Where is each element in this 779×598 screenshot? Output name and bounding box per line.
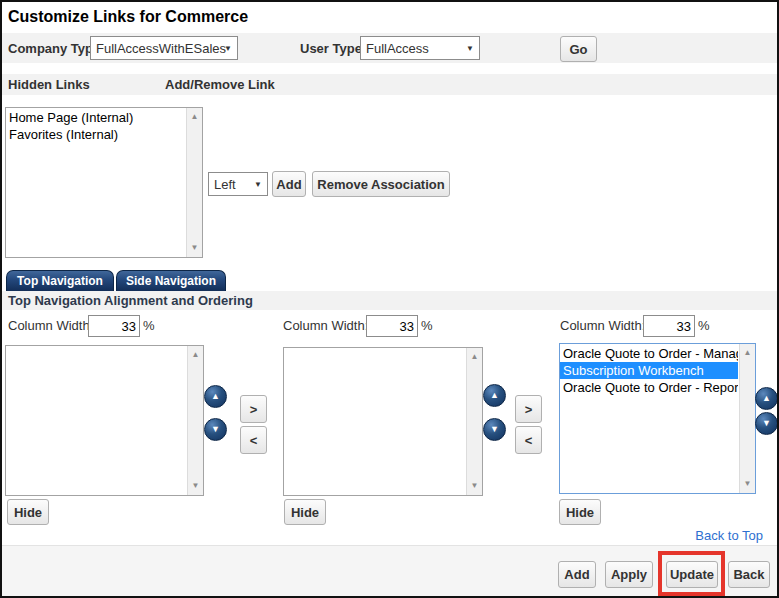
scroll-down-icon[interactable]: ▼ bbox=[187, 241, 202, 255]
column3-list: Oracle Quote to Order - ManagerSubscript… bbox=[560, 345, 738, 493]
scroll-down-icon[interactable]: ▼ bbox=[740, 477, 755, 491]
customize-links-page: Customize Links for Commerce Company Typ… bbox=[0, 0, 779, 598]
scroll-up-icon[interactable]: ▲ bbox=[740, 346, 755, 360]
column2-move-up-button[interactable]: ▲ bbox=[483, 384, 506, 407]
chevron-down-icon: ▼ bbox=[254, 180, 262, 189]
column3-width-label: Column Width: bbox=[560, 318, 645, 333]
back-button[interactable]: Back bbox=[728, 561, 770, 588]
tab-side-navigation[interactable]: Side Navigation bbox=[116, 270, 226, 291]
company-type-value: FullAccessWithESales bbox=[96, 41, 226, 56]
apply-button[interactable]: Apply bbox=[605, 561, 653, 588]
scroll-up-icon[interactable]: ▲ bbox=[467, 350, 482, 364]
scroll-down-icon[interactable]: ▼ bbox=[188, 479, 203, 493]
move-left-button-2[interactable]: < bbox=[515, 426, 542, 454]
update-button[interactable]: Update bbox=[666, 561, 718, 588]
column3-move-up-button[interactable]: ▲ bbox=[755, 387, 778, 410]
arrow-down-icon: ▼ bbox=[490, 425, 499, 434]
hidden-links-list: Home Page (Internal)Favorites (Internal) bbox=[6, 109, 185, 257]
position-select[interactable]: Left ▼ bbox=[208, 172, 268, 196]
footer-bar bbox=[2, 545, 777, 596]
tab-top-navigation[interactable]: Top Navigation bbox=[6, 270, 114, 291]
column1-width-unit: % bbox=[143, 318, 155, 333]
scrollbar[interactable]: ▲ ▼ bbox=[466, 348, 482, 495]
column1-move-up-button[interactable]: ▲ bbox=[204, 385, 227, 408]
page-title: Customize Links for Commerce bbox=[8, 8, 248, 26]
add-button[interactable]: Add bbox=[558, 561, 596, 588]
column3-hide-button[interactable]: Hide bbox=[559, 499, 601, 525]
user-type-select[interactable]: FullAccess ▼ bbox=[360, 36, 480, 60]
scroll-up-icon[interactable]: ▲ bbox=[187, 110, 202, 124]
arrow-down-icon: ▼ bbox=[762, 419, 771, 428]
chevron-down-icon: ▼ bbox=[466, 44, 474, 53]
column3-move-down-button[interactable]: ▼ bbox=[755, 412, 778, 435]
column1-width-input[interactable] bbox=[88, 315, 140, 337]
column2-move-down-button[interactable]: ▼ bbox=[483, 418, 506, 441]
arrow-down-icon: ▼ bbox=[211, 425, 220, 434]
company-type-label: Company Type bbox=[8, 41, 100, 56]
arrow-up-icon: ▲ bbox=[211, 392, 220, 401]
add-remove-link-header: Add/Remove Link bbox=[165, 77, 275, 92]
arrow-up-icon: ▲ bbox=[762, 394, 771, 403]
position-value: Left bbox=[214, 177, 236, 192]
list-item[interactable]: Subscription Workbench bbox=[560, 362, 738, 379]
list-item[interactable]: Oracle Quote to Order - Manager bbox=[560, 345, 738, 362]
column1-hide-button[interactable]: Hide bbox=[7, 499, 49, 525]
hidden-links-header: Hidden Links bbox=[8, 77, 90, 92]
scroll-up-icon[interactable]: ▲ bbox=[188, 348, 203, 362]
scrollbar[interactable]: ▲ ▼ bbox=[186, 108, 202, 257]
column1-move-down-button[interactable]: ▼ bbox=[204, 418, 227, 441]
chevron-down-icon: ▼ bbox=[224, 44, 232, 53]
hidden-links-band bbox=[2, 74, 777, 95]
go-button[interactable]: Go bbox=[560, 36, 597, 62]
company-type-select[interactable]: FullAccessWithESales ▼ bbox=[90, 36, 238, 60]
column2-width-label: Column Width: bbox=[283, 318, 368, 333]
scrollbar[interactable]: ▲ ▼ bbox=[739, 344, 755, 493]
remove-association-button[interactable]: Remove Association bbox=[312, 171, 450, 197]
column2-list bbox=[284, 349, 465, 495]
list-item[interactable]: Home Page (Internal) bbox=[6, 109, 185, 126]
move-right-button-2[interactable]: > bbox=[515, 395, 542, 423]
list-item[interactable]: Oracle Quote to Order - Reporting bbox=[560, 379, 738, 396]
back-to-top-link[interactable]: Back to Top bbox=[695, 528, 763, 543]
column3-listbox[interactable]: Oracle Quote to Order - ManagerSubscript… bbox=[559, 343, 756, 494]
move-right-button-1[interactable]: > bbox=[240, 395, 267, 423]
column2-width-input[interactable] bbox=[366, 315, 418, 337]
scroll-down-icon[interactable]: ▼ bbox=[467, 479, 482, 493]
section-header: Top Navigation Alignment and Ordering bbox=[8, 293, 253, 308]
list-item[interactable]: Favorites (Internal) bbox=[6, 126, 185, 143]
add-link-button[interactable]: Add bbox=[272, 171, 306, 197]
scrollbar[interactable]: ▲ ▼ bbox=[187, 346, 203, 495]
column1-list bbox=[6, 347, 186, 495]
column2-width-unit: % bbox=[421, 318, 433, 333]
column1-listbox[interactable]: ▲ ▼ bbox=[5, 345, 204, 496]
column3-width-input[interactable] bbox=[643, 315, 695, 337]
user-type-label: User Type bbox=[300, 41, 362, 56]
arrow-up-icon: ▲ bbox=[490, 391, 499, 400]
move-left-button-1[interactable]: < bbox=[240, 426, 267, 454]
hidden-links-listbox[interactable]: Home Page (Internal)Favorites (Internal)… bbox=[5, 107, 203, 258]
column3-width-unit: % bbox=[698, 318, 710, 333]
column2-hide-button[interactable]: Hide bbox=[284, 499, 326, 525]
user-type-value: FullAccess bbox=[366, 41, 429, 56]
column2-listbox[interactable]: ▲ ▼ bbox=[283, 347, 483, 496]
column1-width-label: Column Width: bbox=[8, 318, 93, 333]
